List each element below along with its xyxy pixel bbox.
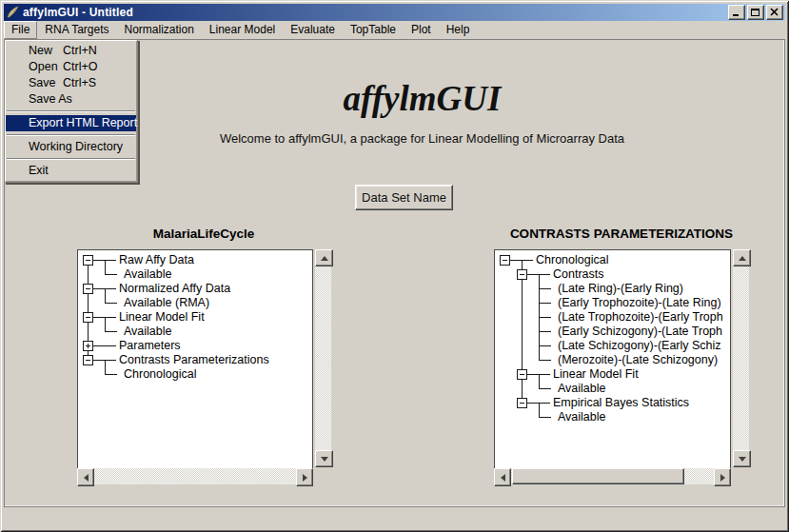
tree-item-label[interactable]: Available — [558, 382, 606, 396]
menu-item-accelerator: Ctrl+N — [63, 44, 97, 57]
tree-row: (Late Ring)-(Early Ring) — [495, 282, 730, 296]
menubar-item-evaluate[interactable]: Evaluate — [283, 21, 343, 39]
right-tree-vertical-scrollbar[interactable] — [733, 249, 749, 467]
tree-collapse-icon[interactable] — [83, 312, 93, 323]
tree-collapse-icon[interactable] — [83, 355, 93, 365]
title-bar[interactable]: affylmGUI - Untitled — [4, 4, 785, 21]
menu-item-new[interactable]: NewCtrl+N — [6, 43, 136, 59]
tree-guide-line — [105, 260, 106, 267]
menu-item-working-directory[interactable]: Working Directory — [6, 139, 136, 155]
tree-collapse-icon[interactable] — [83, 255, 93, 266]
scroll-track[interactable] — [94, 468, 296, 484]
scroll-down-button[interactable] — [315, 450, 333, 467]
tree-row: (Early Trophozoite)-(Late Ring) — [495, 296, 730, 310]
tree-guide-line — [539, 282, 540, 288]
minimize-button[interactable] — [728, 5, 745, 20]
right-tree-horizontal-scrollbar[interactable] — [494, 468, 731, 484]
tree-guide-line — [539, 403, 540, 410]
tree-item-label[interactable]: (Early Schizogony)-(Late Troph — [558, 325, 722, 339]
tree-item-label[interactable]: (Late Ring)-(Early Ring) — [558, 282, 683, 296]
tree-item-label[interactable]: Normalized Affy Data — [119, 282, 230, 296]
tree-item-label[interactable]: Raw Affy Data — [119, 253, 194, 267]
menu-item-export-html-report[interactable]: Export HTML Report — [6, 115, 136, 131]
menubar-item-help[interactable]: Help — [439, 21, 478, 39]
scroll-down-button[interactable] — [733, 450, 751, 467]
tree-item-label[interactable]: Linear Model Fit — [553, 367, 639, 382]
close-button[interactable] — [766, 5, 783, 20]
scroll-up-button[interactable] — [315, 249, 333, 266]
scroll-left-button[interactable] — [494, 468, 511, 486]
tree-guide-line — [105, 288, 106, 296]
tree-collapse-icon[interactable] — [517, 269, 527, 280]
tree-item-label[interactable]: Contrasts — [553, 267, 604, 282]
menu-item-label: Working Directory — [29, 139, 123, 155]
tree-view-contrasts-parameterizations[interactable]: ChronologicalContrasts(Late Ring)-(Early… — [494, 249, 731, 470]
arrow-down-icon — [321, 457, 328, 462]
tree-row: Raw Affy Data — [78, 253, 312, 267]
menu-item-accelerator: Ctrl+S — [63, 76, 96, 89]
tree-item-label[interactable]: Contrasts Parameterizations — [119, 353, 269, 367]
tree-view-malarialifecycle[interactable]: Raw Affy DataAvailableNormalized Affy Da… — [77, 249, 313, 470]
data-set-name-button[interactable]: Data Set Name — [355, 185, 453, 210]
menu-bar: FileRNA TargetsNormalizationLinear Model… — [4, 21, 785, 39]
tree-item-label[interactable]: Available — [124, 325, 172, 339]
scroll-track[interactable] — [315, 266, 331, 450]
scroll-left-button[interactable] — [77, 468, 94, 486]
tree-guide-line — [522, 353, 523, 367]
menubar-item-linear-model[interactable]: Linear Model — [202, 21, 283, 39]
tree-row: Chronological — [495, 253, 730, 267]
tree-row: (Early Schizogony)-(Late Troph — [495, 325, 730, 339]
menu-item-exit[interactable]: Exit — [6, 163, 136, 179]
tree-row: Parameters — [78, 339, 312, 353]
menu-item-save[interactable]: SaveCtrl+S — [6, 75, 136, 91]
menubar-item-file[interactable]: File — [4, 21, 37, 39]
left-tree-vertical-scrollbar[interactable] — [315, 249, 331, 467]
tree-item-label[interactable]: Chronological — [124, 367, 196, 382]
tree-row: Available — [78, 267, 312, 282]
tree-item-label[interactable]: (Late Schizogony)-(Early Schiz — [558, 339, 721, 353]
tree-item-label[interactable]: (Merozoite)-(Late Schizogony) — [558, 353, 718, 367]
scroll-right-button[interactable] — [296, 468, 313, 486]
tree-collapse-icon[interactable] — [83, 284, 93, 294]
tree-guide-line — [539, 303, 551, 304]
tree-guide-line — [539, 310, 540, 317]
tree-guide-line — [539, 374, 540, 382]
menu-item-open[interactable]: OpenCtrl+O — [6, 59, 136, 75]
tree-item-label[interactable]: Available — [558, 410, 606, 424]
right-tree-panel: ChronologicalContrasts(Late Ring)-(Early… — [494, 249, 749, 484]
tree-guide-line — [539, 317, 540, 325]
scroll-track[interactable] — [733, 266, 749, 450]
tree-guide-line — [105, 325, 106, 331]
tree-guide-line — [522, 282, 523, 296]
tree-item-label[interactable]: Parameters — [119, 339, 181, 353]
tree-item-label[interactable]: (Early Trophozoite)-(Late Ring) — [558, 296, 721, 310]
menubar-item-normalization[interactable]: Normalization — [117, 21, 202, 39]
menu-item-save-as[interactable]: Save As — [6, 91, 136, 108]
scroll-track[interactable] — [511, 468, 714, 484]
scroll-right-button[interactable] — [714, 468, 731, 486]
tree-item-label[interactable]: Available (RMA) — [124, 296, 209, 310]
scroll-thumb[interactable] — [512, 468, 684, 484]
tree-item-label[interactable]: (Late Trophozoite)-(Early Troph — [558, 310, 723, 325]
tree-guide-line — [539, 325, 540, 331]
scroll-up-button[interactable] — [733, 249, 751, 266]
left-tree-horizontal-scrollbar[interactable] — [77, 468, 313, 484]
menubar-item-plot[interactable]: Plot — [404, 21, 439, 39]
menu-separator — [7, 134, 135, 136]
menubar-item-rna-targets[interactable]: RNA Targets — [37, 21, 116, 39]
menubar-item-toptable[interactable]: TopTable — [343, 21, 404, 39]
tk-feather-icon — [6, 6, 19, 19]
tree-item-label[interactable]: Chronological — [536, 253, 608, 267]
tree-collapse-icon[interactable] — [517, 369, 527, 380]
tree-guide-line — [105, 367, 106, 374]
tree-guide-line — [539, 288, 551, 289]
tree-expand-icon[interactable] — [83, 341, 93, 351]
tree-collapse-icon[interactable] — [517, 398, 527, 408]
tree-collapse-icon[interactable] — [500, 255, 510, 266]
tree-item-label[interactable]: Available — [124, 267, 172, 282]
maximize-button[interactable] — [747, 5, 764, 20]
tree-row: Linear Model Fit — [495, 367, 730, 382]
tree-item-label[interactable]: Empirical Bayes Statistics — [553, 396, 689, 410]
tree-guide-line — [539, 288, 540, 296]
tree-item-label[interactable]: Linear Model Fit — [119, 310, 205, 325]
